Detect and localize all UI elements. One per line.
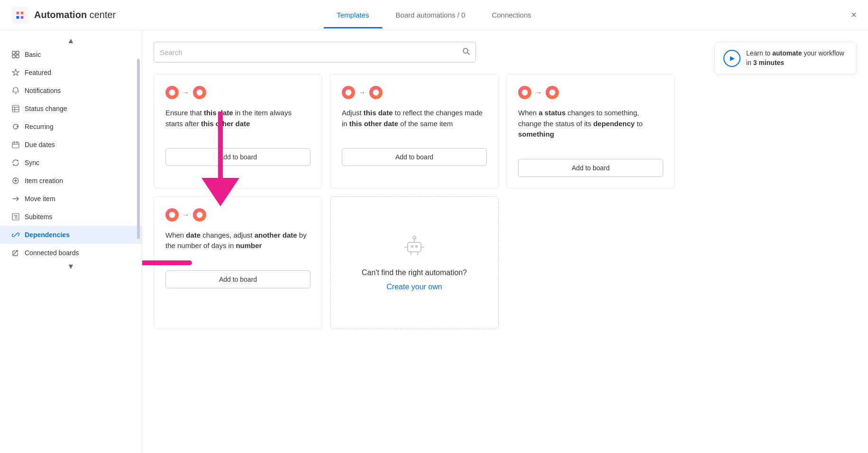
svg-rect-1 (21, 11, 24, 14)
arrow-icon-3: → (535, 89, 542, 96)
header: Automation center Templates Board automa… (0, 0, 868, 30)
svg-line-25 (467, 53, 469, 55)
svg-rect-3 (21, 16, 24, 18)
refresh-icon (11, 122, 20, 131)
monday-icon-3 (342, 86, 355, 99)
cards-grid: → Ensure that this date in the item alwa… (154, 74, 675, 329)
calendar-icon (11, 140, 20, 149)
svg-rect-5 (16, 51, 19, 54)
svg-rect-36 (408, 242, 421, 252)
automation-card-4: → When date changes, adjust another date… (154, 196, 322, 329)
main-layout: ▲ Basic Featured (0, 30, 868, 453)
sidebar-item-move-item[interactable]: Move item (0, 190, 142, 208)
add-to-board-button-4[interactable]: Add to board (165, 270, 311, 288)
sidebar-item-label: Basic (25, 51, 41, 58)
video-promo-banner: Learn to automate your workflow in 3 min… (714, 42, 857, 74)
sidebar: ▲ Basic Featured (0, 30, 142, 453)
svg-point-28 (346, 90, 352, 96)
sidebar-item-label: Dependencies (25, 231, 70, 239)
sidebar-item-label: Item creation (25, 177, 63, 185)
monday-icon-8 (193, 208, 206, 222)
sidebar-item-label: Move item (25, 195, 55, 203)
grid-icon (11, 50, 20, 59)
monday-icon-5 (518, 86, 531, 99)
sidebar-item-due-dates[interactable]: Due dates (0, 136, 142, 154)
sidebar-item-label: Recurring (25, 123, 54, 130)
sidebar-item-label: Status change (25, 105, 67, 112)
card-icons-3: → (518, 86, 663, 99)
search-input[interactable] (160, 48, 462, 56)
sidebar-item-item-creation[interactable]: Item creation (0, 172, 142, 190)
sidebar-item-basic[interactable]: Basic (0, 46, 142, 64)
svg-point-30 (522, 90, 528, 96)
sidebar-item-label: Subitems (25, 213, 52, 221)
svg-rect-12 (12, 142, 19, 148)
card-icons-2: → (342, 86, 487, 99)
arrow-icon: → (183, 89, 189, 96)
svg-point-32 (169, 212, 175, 218)
tab-templates[interactable]: Templates (323, 1, 382, 28)
scroll-up-arrow[interactable]: ▲ (0, 36, 142, 46)
sidebar-item-subitems[interactable]: Subitems (0, 208, 142, 226)
sidebar-item-status-change[interactable]: Status change (0, 100, 142, 118)
sidebar-item-notifications[interactable]: Notifications (0, 82, 142, 100)
cant-find-automation-card: Can't find the right automation? Create … (330, 196, 499, 329)
svg-rect-8 (12, 105, 19, 112)
cant-find-text: Can't find the right automation? (362, 268, 467, 277)
arrow-icon-2: → (359, 89, 365, 96)
card-description-2: Adjust this date to reflect the changes … (342, 108, 487, 129)
monday-icon-7 (165, 208, 179, 222)
main-nav: Templates Board automations / 0 Connecti… (323, 1, 545, 28)
subitems-icon (11, 213, 20, 221)
svg-rect-38 (415, 245, 418, 248)
add-to-board-button-2[interactable]: Add to board (342, 148, 487, 166)
arrow-right-icon (11, 194, 20, 203)
add-to-board-button-1[interactable]: Add to board (165, 148, 311, 166)
sidebar-item-connected-boards[interactable]: Connected boards (0, 244, 142, 262)
link-icon (11, 231, 20, 239)
svg-point-31 (549, 90, 556, 96)
monday-icon-6 (546, 86, 559, 99)
bell-icon (11, 86, 20, 95)
svg-rect-37 (411, 245, 413, 248)
tab-board-automations[interactable]: Board automations / 0 (383, 1, 479, 28)
page-title: Automation center (34, 9, 116, 20)
svg-rect-7 (16, 55, 19, 58)
play-button[interactable] (723, 50, 740, 67)
sidebar-item-label: Notifications (25, 87, 61, 94)
sidebar-item-label: Featured (25, 69, 51, 76)
card-description-1: Ensure that this date in the item always… (165, 108, 311, 129)
create-own-link[interactable]: Create your own (386, 283, 442, 291)
table-icon (11, 104, 20, 113)
main-content: → Ensure that this date in the item alwa… (142, 30, 868, 453)
monday-icon-1 (165, 86, 179, 99)
sidebar-scrollbar[interactable] (137, 30, 140, 453)
robot-icon (403, 234, 426, 261)
automation-card-3: → When a status changes to something, ch… (506, 74, 675, 189)
sidebar-item-sync[interactable]: Sync (0, 154, 142, 172)
tab-connections[interactable]: Connections (478, 1, 544, 28)
close-button[interactable]: × (851, 9, 857, 20)
sidebar-item-dependencies[interactable]: Dependencies (0, 226, 142, 244)
card-icons: → (165, 86, 311, 99)
sidebar-item-label: Sync (25, 159, 39, 166)
add-to-board-button-3[interactable]: Add to board (518, 159, 663, 177)
external-link-icon (11, 249, 20, 257)
scroll-down-arrow[interactable]: ▼ (0, 262, 142, 271)
sidebar-item-featured[interactable]: Featured (0, 64, 142, 82)
card-description-3: When a status changes to something, chan… (518, 108, 663, 140)
svg-point-33 (197, 212, 203, 218)
svg-rect-2 (17, 16, 19, 18)
svg-point-40 (413, 236, 416, 239)
scrollbar-thumb (137, 59, 140, 239)
svg-point-29 (373, 90, 379, 96)
sidebar-item-label: Connected boards (25, 249, 79, 257)
svg-point-27 (197, 90, 203, 96)
sidebar-item-recurring[interactable]: Recurring (0, 118, 142, 136)
monday-icon-2 (193, 86, 206, 99)
svg-rect-4 (12, 51, 15, 54)
app-logo (11, 7, 28, 24)
search-icon (462, 47, 470, 57)
card-icons-4: → (165, 208, 311, 222)
automation-card-1: → Ensure that this date in the item alwa… (154, 74, 322, 189)
